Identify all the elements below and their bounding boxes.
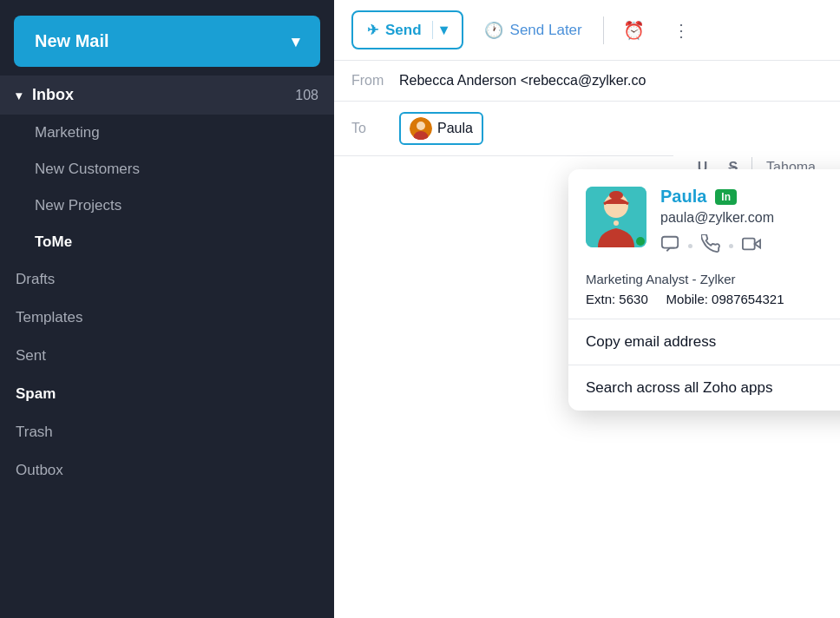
alarm-icon-button[interactable]: ⏰ <box>614 15 653 46</box>
svg-rect-8 <box>662 237 678 248</box>
sidebar-item-tome[interactable]: ToMe <box>0 224 334 260</box>
inbox-count: 108 <box>295 88 318 103</box>
recipient-name: Paula <box>437 121 473 136</box>
send-dropdown-icon[interactable]: ▾ <box>432 21 448 39</box>
paula-avatar <box>410 117 432 140</box>
popup-email: paula@zylker.com <box>660 210 840 226</box>
video-icon[interactable] <box>742 234 761 258</box>
popup-name-row: Paula In <box>660 187 840 207</box>
more-options-button[interactable]: ⋮ <box>664 15 699 46</box>
sidebar-item-new-projects[interactable]: New Projects <box>0 187 334 224</box>
sidebar-item-label: Sent <box>16 347 46 364</box>
in-badge: In <box>715 189 737 205</box>
svg-point-1 <box>417 122 425 130</box>
phone-icon[interactable] <box>701 234 720 258</box>
send-later-button[interactable]: 🕐 Send Later <box>474 12 593 49</box>
clock-icon: 🕐 <box>484 21 503 40</box>
popup-job-title: Marketing Analyst - Zylker <box>586 272 840 286</box>
send-button[interactable]: ✈ Send ▾ <box>351 10 463 49</box>
sidebar-item-label: ToMe <box>35 233 72 250</box>
compose-toolbar: ✈ Send ▾ 🕐 Send Later ⏰ ⋮ <box>334 0 840 61</box>
online-status-dot <box>636 237 645 246</box>
send-label: Send <box>385 22 422 39</box>
new-mail-label: New Mail <box>35 31 109 51</box>
sidebar-item-label: Drafts <box>16 271 55 287</box>
mobile-value: 0987654321 <box>712 292 784 306</box>
sidebar-item-label: New Customers <box>35 161 140 177</box>
extn-label: Extn: <box>586 292 615 306</box>
recipient-chip-paula[interactable]: Paula <box>399 112 483 145</box>
sidebar-item-label: Templates <box>16 309 82 325</box>
svg-rect-9 <box>743 239 755 250</box>
inbox-row[interactable]: ▾ Inbox 108 <box>0 76 334 115</box>
to-label: To <box>351 121 399 136</box>
mobile-label: Mobile: <box>666 292 708 306</box>
dot-separator <box>729 244 733 248</box>
copy-email-label: Copy email address <box>586 333 716 350</box>
sidebar-item-spam[interactable]: Spam <box>0 375 334 413</box>
chat-icon[interactable] <box>660 234 679 258</box>
search-zoho-label: Search across all Zoho apps <box>586 379 772 396</box>
compose-panel: ✈ Send ▾ 🕐 Send Later ⏰ ⋮ From Rebecca A… <box>334 0 840 618</box>
sidebar-item-drafts[interactable]: Drafts <box>0 260 334 299</box>
from-value: Rebecca Anderson <rebecca@zylker.co <box>399 73 823 89</box>
copy-email-action[interactable]: Copy email address <box>568 319 840 365</box>
sidebar-item-templates[interactable]: Templates <box>0 299 334 337</box>
sidebar-item-label: Trash <box>16 424 53 440</box>
contact-popup: Paula In paula@zylker.com <box>568 169 840 411</box>
sidebar-item-label: Marketing <box>35 124 100 141</box>
popup-details: Marketing Analyst - Zylker Extn: 5630 Mo… <box>568 268 840 319</box>
sidebar-item-marketing[interactable]: Marketing <box>0 115 334 151</box>
dot-separator <box>688 244 692 248</box>
sidebar-item-outbox[interactable]: Outbox <box>0 451 334 490</box>
chevron-down-icon: ▾ <box>292 32 299 51</box>
sidebar-item-label: Spam <box>16 385 56 402</box>
popup-header: Paula In paula@zylker.com <box>568 169 840 268</box>
popup-avatar <box>586 187 646 247</box>
send-later-label: Send Later <box>510 22 582 39</box>
sidebar: New Mail ▾ ▾ Inbox 108 Marketing New Cus… <box>0 0 334 618</box>
extn-value: 5630 <box>619 292 647 306</box>
more-icon: ⋮ <box>673 21 690 40</box>
sidebar-item-label: New Projects <box>35 197 121 214</box>
sidebar-item-label: Outbox <box>16 462 63 478</box>
popup-info: Paula In paula@zylker.com <box>660 187 840 258</box>
new-mail-button[interactable]: New Mail ▾ <box>14 16 320 67</box>
svg-point-6 <box>609 191 623 200</box>
from-label: From <box>351 73 399 89</box>
popup-contact-info: Extn: 5630 Mobile: 0987654321 <box>586 292 840 306</box>
svg-rect-3 <box>414 135 428 140</box>
svg-point-7 <box>614 220 619 226</box>
toolbar-divider <box>603 16 604 44</box>
send-plane-icon: ✈ <box>367 22 378 38</box>
alarm-icon: ⏰ <box>623 21 645 40</box>
popup-contact-actions <box>660 234 840 258</box>
sidebar-item-new-customers[interactable]: New Customers <box>0 151 334 187</box>
search-zoho-action[interactable]: Search across all Zoho apps <box>568 365 840 411</box>
inbox-chevron-icon: ▾ <box>16 89 22 102</box>
inbox-label: Inbox <box>32 86 295 104</box>
sidebar-item-trash[interactable]: Trash <box>0 413 334 451</box>
from-field: From Rebecca Anderson <rebecca@zylker.co <box>334 61 840 102</box>
popup-contact-name: Paula <box>660 187 706 207</box>
sidebar-item-sent[interactable]: Sent <box>0 337 334 375</box>
